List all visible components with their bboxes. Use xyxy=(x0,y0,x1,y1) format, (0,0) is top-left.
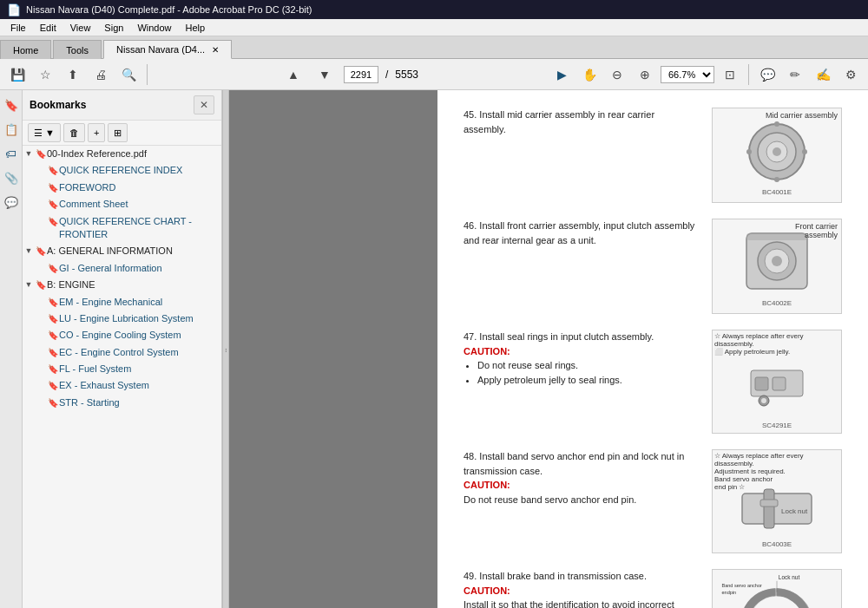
step-48-text: 48. Install band servo anchor end pin an… xyxy=(464,449,698,507)
comment-btn[interactable]: 💬 xyxy=(755,62,779,87)
tab-home[interactable]: Home xyxy=(0,40,51,59)
nav-down-btn[interactable]: ▼ xyxy=(312,62,337,87)
bookmark-qr-index[interactable]: 🔖 QUICK REFERENCE INDEX xyxy=(23,162,221,179)
svg-point-6 xyxy=(746,149,752,154)
pen-btn[interactable]: ✏ xyxy=(783,62,807,87)
toolbar-star-btn[interactable]: ☆ xyxy=(33,62,57,87)
svg-point-7 xyxy=(802,149,807,154)
total-pages: 5553 xyxy=(395,69,418,81)
svg-point-11 xyxy=(772,256,782,266)
tab-bar: Home Tools Nissan Navara (D4... ✕ xyxy=(0,36,868,59)
pdf-step-49: 49. Install brake band in transmission c… xyxy=(464,569,842,608)
toolbar-share-btn[interactable]: ⬆ xyxy=(61,62,85,87)
svg-text:Lock nut: Lock nut xyxy=(779,574,800,580)
toolbar-save-btn[interactable]: 💾 xyxy=(5,62,30,87)
bookmark-engine[interactable]: ▼ 🔖 B: ENGINE xyxy=(23,277,221,293)
fit-page-btn[interactable]: ⊡ xyxy=(718,62,742,87)
pdf-content[interactable]: 45. Install mid carrier assembly in rear… xyxy=(437,90,868,608)
step-49-image: Lock nut Band servo anchor endpin Brake … xyxy=(712,569,842,608)
bookmark-ex[interactable]: 🔖 EX - Exhaust System xyxy=(23,377,221,394)
step-49-text: 49. Install brake band in transmission c… xyxy=(464,569,698,608)
toolbar-print-btn[interactable]: 🖨 xyxy=(89,62,113,87)
main-area: 🔖 📋 🏷 📎 💬 Bookmarks ✕ ☰▼ 🗑 + ⊞ ▼ 🔖 xyxy=(0,90,868,608)
left-icon-attach[interactable]: 📎 xyxy=(2,168,21,187)
menu-view[interactable]: View xyxy=(63,19,98,36)
toolbar: 💾 ☆ ⬆ 🖨 🔍 ▲ ▼ / 5553 ▶ ✋ ⊖ ⊕ 66.7% 50% 7… xyxy=(0,59,868,90)
sidebar-close-btn[interactable]: ✕ xyxy=(194,95,214,114)
nav-up-btn[interactable]: ▲ xyxy=(281,62,306,87)
sidebar-title: Bookmarks xyxy=(30,99,86,111)
bookmark-lu[interactable]: 🔖 LU - Engine Lubrication System xyxy=(23,311,221,327)
bookmark-expand-btn[interactable]: ⊞ xyxy=(108,123,128,142)
sidebar-resize-handle[interactable]: · · · xyxy=(222,90,229,608)
step-45-text: 45. Install mid carrier assembly in rear… xyxy=(464,108,698,136)
bookmark-new-btn[interactable]: + xyxy=(88,123,105,142)
sidebar: Bookmarks ✕ ☰▼ 🗑 + ⊞ ▼ 🔖 00-Index Refere… xyxy=(23,90,222,608)
bookmark-gi[interactable]: 🔖 GI - General Information xyxy=(23,260,221,277)
bookmark-gen-info[interactable]: ▼ 🔖 A: GENERAL INFORMATION xyxy=(23,243,221,259)
step-46-text: 46. Install front carrier assembly, inpu… xyxy=(464,219,698,247)
sidebar-controls: ✕ xyxy=(194,95,214,114)
tab-document[interactable]: Nissan Navara (D4... ✕ xyxy=(103,40,232,59)
svg-rect-15 xyxy=(773,377,786,390)
bookmark-list: ▼ 🔖 00-Index Reference.pdf 🔖 QUICK REFER… xyxy=(23,146,221,608)
sidebar-header: Bookmarks ✕ xyxy=(23,90,221,121)
bookmark-options-btn[interactable]: ☰▼ xyxy=(28,123,61,142)
menu-bar: File Edit View Sign Window Help xyxy=(0,19,868,36)
menu-edit[interactable]: Edit xyxy=(33,19,63,36)
zoom-out-btn[interactable]: ⊖ xyxy=(605,62,629,87)
bookmark-ec[interactable]: 🔖 EC - Engine Control System xyxy=(23,344,221,361)
step-47-text: 47. Install seal rings in input clutch a… xyxy=(464,330,698,387)
page-number-input[interactable] xyxy=(344,66,378,83)
hand-tool[interactable]: ✋ xyxy=(577,62,602,87)
pdf-step-47: 47. Install seal rings in input clutch a… xyxy=(464,330,842,434)
bookmark-00-index[interactable]: ▼ 🔖 00-Index Reference.pdf xyxy=(23,146,221,162)
svg-point-5 xyxy=(774,177,779,182)
pdf-step-48: 48. Install band servo anchor end pin an… xyxy=(464,449,842,553)
left-icon-layers[interactable]: 📋 xyxy=(2,120,21,139)
menu-file[interactable]: File xyxy=(3,19,33,36)
bookmark-delete-btn[interactable]: 🗑 xyxy=(63,123,85,142)
step-47-diagram xyxy=(738,353,816,418)
signature-btn[interactable]: ✍ xyxy=(811,62,835,87)
left-icon-panel: 🔖 📋 🏷 📎 💬 xyxy=(0,90,23,608)
pdf-step-45: 45. Install mid carrier assembly in rear… xyxy=(464,108,842,203)
svg-point-4 xyxy=(774,121,779,127)
bookmark-foreword[interactable]: 🔖 FOREWORD xyxy=(23,180,221,196)
cursor-tool[interactable]: ▶ xyxy=(549,62,574,87)
title-bar: 📄 Nissan Navara (D40) Complete.pdf - Ado… xyxy=(0,0,868,19)
step-47-image: ☆ Always replace after every disassembly… xyxy=(712,330,842,434)
tab-tools[interactable]: Tools xyxy=(53,40,102,59)
bookmark-co[interactable]: 🔖 CO - Engine Cooling System xyxy=(23,327,221,343)
bookmark-str[interactable]: 🔖 STR - Starting xyxy=(23,395,221,411)
zoom-in-btn[interactable]: ⊕ xyxy=(633,62,657,87)
step-48-image: ☆ Always replace after every disassembly… xyxy=(712,449,842,553)
toolbar-search-btn[interactable]: 🔍 xyxy=(116,62,141,87)
bookmark-qr-chart[interactable]: 🔖 QUICK REFERENCE CHART - FRONTIER xyxy=(23,213,221,244)
left-icon-comment[interactable]: 💬 xyxy=(2,193,21,212)
svg-point-3 xyxy=(773,147,781,156)
page-separator: / xyxy=(385,69,388,81)
svg-point-17 xyxy=(761,398,766,403)
tools-btn[interactable]: ⚙ xyxy=(838,62,863,87)
menu-window[interactable]: Window xyxy=(130,19,178,36)
menu-sign[interactable]: Sign xyxy=(97,19,130,36)
toolbar-sep1 xyxy=(147,64,148,85)
svg-text:Lock nut: Lock nut xyxy=(781,507,808,515)
pdf-step-46: 46. Install front carrier assembly, inpu… xyxy=(464,219,842,314)
step-45-image: Mid carrier assembly BC4001E xyxy=(712,108,842,203)
tab-close-button[interactable]: ✕ xyxy=(212,45,219,55)
svg-rect-20 xyxy=(760,500,778,507)
bookmark-em[interactable]: 🔖 EM - Engine Mechanical xyxy=(23,294,221,311)
left-icon-bookmarks-active[interactable]: 🏷 xyxy=(2,144,21,163)
svg-text:endpin: endpin xyxy=(722,590,737,595)
svg-rect-14 xyxy=(755,377,768,390)
left-icon-bookmark[interactable]: 🔖 xyxy=(2,95,21,114)
bookmark-toolbar: ☰▼ 🗑 + ⊞ xyxy=(23,121,221,146)
toolbar-sep2 xyxy=(748,64,749,85)
title-bar-text: Nissan Navara (D40) Complete.pdf - Adobe… xyxy=(26,4,312,15)
menu-help[interactable]: Help xyxy=(179,19,213,36)
bookmark-fl[interactable]: 🔖 FL - Fuel System xyxy=(23,361,221,377)
bookmark-comment-sheet[interactable]: 🔖 Comment Sheet xyxy=(23,196,221,212)
zoom-select[interactable]: 66.7% 50% 75% 100% 125% 150% xyxy=(661,66,714,83)
